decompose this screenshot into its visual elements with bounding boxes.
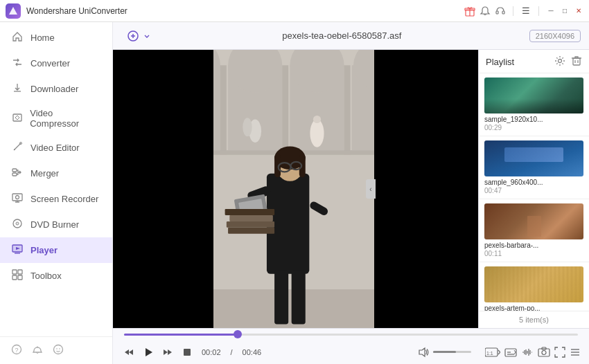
playlist-item-duration: 00:11 [484,250,583,257]
svg-text:1:1: 1:1 [486,351,493,356]
playlist-thumb [484,203,583,239]
headset-icon[interactable] [495,6,506,17]
svg-point-93 [542,350,546,354]
playlist-items: sample_1920x10... 00:29 sample_960x400..… [479,73,589,311]
svg-marker-0 [9,7,17,15]
svg-rect-19 [18,270,22,274]
close-button[interactable]: ✕ [574,6,583,16]
sidebar-label-downloader: Downloader [30,84,78,94]
sidebar-item-screen-recorder[interactable]: Screen Recorder [0,186,112,212]
playlist-thumb [484,266,583,302]
home-icon [11,31,24,44]
playlist-header: Playlist [479,50,589,73]
gift-icon[interactable] [464,6,475,17]
minimize-button[interactable]: ─ [546,6,556,16]
svg-point-46 [243,118,252,136]
total-time: 00:46 [243,348,262,356]
svg-marker-73 [125,349,129,355]
stop-button[interactable] [179,345,195,360]
screen-recorder-icon [11,192,24,206]
sidebar-item-video-compressor[interactable]: Video Compressor [0,102,112,135]
emoji-icon[interactable] [53,344,64,357]
player-icon [11,244,24,257]
sidebar-item-converter[interactable]: Converter [0,51,112,76]
svg-marker-74 [129,349,133,355]
sidebar-item-toolbox[interactable]: Toolbox [0,263,112,289]
playlist-delete-icon[interactable] [571,55,582,69]
sidebar-item-player[interactable]: Player [0,237,112,263]
svg-text:?: ? [15,347,18,354]
bell-icon[interactable] [32,344,43,357]
svg-rect-55 [274,154,281,178]
video-editor-icon [11,141,24,154]
svg-rect-64 [225,209,274,215]
add-media-button[interactable] [121,26,155,46]
playlist-item-name: sample_1920x10... [484,116,583,123]
video-compressor-icon [11,112,23,125]
play-button[interactable] [141,345,156,360]
playlist-item-name: sample_960x400... [484,179,583,186]
sidebar-label-video-compressor: Video Compressor [30,108,101,129]
playlist-item[interactable]: pexels-barbara-... 00:11 [479,199,589,262]
downloader-icon [11,82,24,95]
svg-rect-92 [538,349,550,356]
controls-bar: 00:02 / 00:46 [113,328,589,364]
sidebar-footer: ? [0,336,112,364]
menu-icon[interactable]: ☰ [520,6,531,17]
titlebar: Wondershare UniConverter [0,0,589,22]
svg-rect-20 [12,275,17,280]
progress-track[interactable] [124,334,578,336]
playlist-settings-icon[interactable] [554,55,565,69]
volume-slider[interactable] [433,351,471,353]
rewind-button[interactable] [121,345,137,360]
sidebar-label-converter: Converter [30,58,70,69]
audio-icon[interactable] [521,347,534,358]
current-time: 00:02 [202,348,221,356]
content-area: pexels-tea-oebel-6580587.asf 2160X4096 [113,22,589,364]
fast-forward-button[interactable] [160,345,175,360]
notification-icon[interactable] [480,6,491,17]
svg-point-47 [310,120,324,147]
sidebar-item-video-editor[interactable]: Video Editor [0,135,112,161]
screenshot-icon[interactable] [538,347,550,358]
sidebar-item-home[interactable]: Home [0,25,112,51]
svg-point-14 [17,224,18,224]
sidebar-item-downloader[interactable]: Downloader [0,76,112,102]
svg-rect-21 [18,275,22,280]
progress-bar-area[interactable] [113,329,589,340]
sidebar-label-player: Player [30,245,58,255]
sidebar-item-merger[interactable]: Merger [0,161,112,186]
progress-thumb[interactable] [234,330,242,338]
playback-speed-icon[interactable]: 1:1 [485,347,500,358]
titlebar-controls: ☰ ─ □ ✕ [464,6,583,17]
playlist-item[interactable]: sample_960x400... 00:47 [479,136,589,199]
sidebar-item-dvd-burner[interactable]: DVD Burner [0,212,112,237]
playlist-thumb [484,78,583,113]
maximize-button[interactable]: □ [560,6,570,16]
svg-marker-79 [419,348,425,356]
subtitle-icon[interactable] [504,347,517,358]
svg-point-48 [313,116,321,123]
video-player[interactable]: ‹ [113,50,478,328]
playlist-item[interactable]: pexels-artem-po... 00:10 [479,262,589,311]
svg-point-27 [59,348,60,349]
svg-rect-10 [12,194,22,201]
svg-rect-63 [229,215,273,221]
svg-rect-70 [573,58,580,65]
playlist-item[interactable]: sample_1920x10... 00:29 [479,73,589,136]
playlist-footer: 5 item(s) [479,311,589,328]
app-title: Wondershare UniConverter [26,6,464,16]
svg-rect-5 [502,11,504,14]
svg-point-11 [16,196,19,199]
merger-icon [11,167,24,180]
svg-rect-4 [496,11,498,14]
help-icon[interactable]: ? [11,344,22,357]
fullscreen-icon[interactable] [554,347,565,358]
collapse-playlist-arrow[interactable]: ‹ [366,179,376,199]
svg-marker-77 [168,349,172,355]
topbar: pexels-tea-oebel-6580587.asf 2160X4096 [113,22,589,50]
more-options-icon[interactable] [570,347,581,358]
volume-icon[interactable] [418,347,429,358]
svg-rect-61 [228,228,274,234]
svg-marker-75 [146,348,152,356]
